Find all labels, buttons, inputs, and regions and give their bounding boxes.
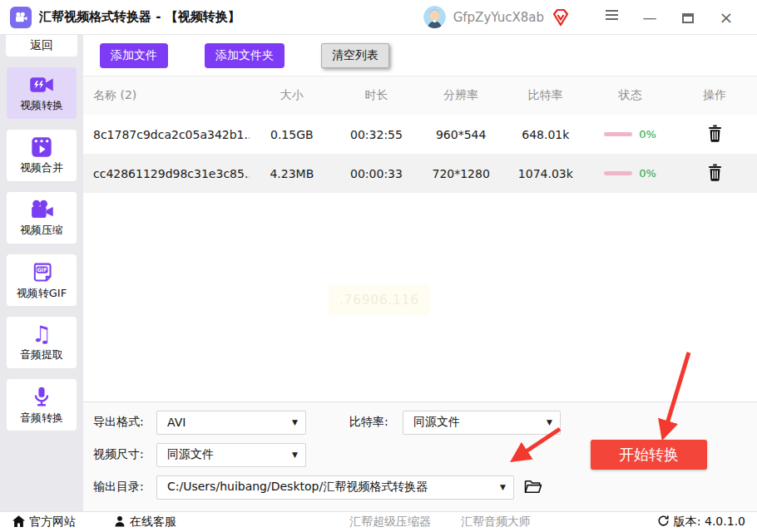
home-icon (12, 515, 25, 530)
back-button[interactable]: 返回 (6, 35, 77, 57)
file-name: 8c1787c9dca2c05a342b1... (83, 128, 250, 141)
online-service-link[interactable]: 在线客服 (114, 515, 176, 530)
delete-file-button[interactable] (705, 162, 725, 185)
output-dir-label: 输出目录: (93, 480, 156, 495)
sidebar: 返回 视频转换 视频合并 视频压缩 (0, 35, 83, 511)
sidebar-item-video-to-gif[interactable]: GIF 视频转GIF (7, 254, 77, 306)
start-convert-button[interactable]: 开始转换 (591, 440, 707, 470)
column-header-bitrate: 比特率 (503, 88, 588, 103)
progress-bar (604, 171, 632, 175)
minimize-button[interactable]: — (631, 0, 669, 35)
bitrate-value: 同源文件 (413, 415, 460, 430)
video-size-label: 视频尺寸: (93, 447, 156, 462)
chevron-down-icon: ▼ (292, 451, 298, 459)
sidebar-item-label: 音频提取 (20, 347, 63, 362)
export-format-select[interactable]: AVI ▼ (156, 411, 306, 435)
refresh-icon[interactable] (657, 515, 670, 530)
column-header-name: 名称 (2) (83, 88, 250, 103)
official-site-label: 官方网站 (29, 515, 76, 530)
vip-badge-icon[interactable] (551, 7, 571, 27)
file-bitrate: 1074.03k (503, 167, 588, 180)
table-row[interactable]: 8c1787c9dca2c05a342b1... 0.15GB 00:32:55… (83, 115, 757, 154)
column-header-resolution: 分辨率 (418, 88, 503, 103)
maximize-icon (682, 13, 694, 23)
username: GfpZyYucX8ab (453, 10, 544, 25)
version-area: 版本: 4.0.1.0 (657, 515, 745, 530)
export-format-value: AVI (167, 416, 186, 429)
output-dir-select[interactable]: C:/Users/huibang/Desktop/汇帮视频格式转换器 ▼ (156, 475, 514, 500)
title-bar-right: GfpZyYucX8ab — × (423, 0, 745, 35)
status-bar-center: 汇帮超级压缩器 汇帮音频大师 (349, 515, 531, 530)
sidebar-item-audio-convert[interactable]: 音频转换 (7, 379, 77, 431)
settings-row-1: 导出格式: AVI ▼ 比特率: 同源文件 ▼ (93, 410, 757, 435)
settings-panel: 导出格式: AVI ▼ 比特率: 同源文件 ▼ 视频尺寸: 同源文件 (83, 401, 757, 511)
table-header: 名称 (2) 大小 时长 分辨率 比特率 状态 操作 (83, 76, 757, 115)
file-size: 4.23MB (250, 167, 334, 180)
sidebar-item-label: 视频转换 (20, 98, 63, 113)
chevron-down-icon: ▼ (292, 418, 298, 426)
online-service-label: 在线客服 (130, 515, 176, 530)
sidebar-item-label: 音频转换 (20, 411, 63, 426)
user-avatar[interactable] (423, 6, 446, 28)
file-duration: 00:32:55 (334, 128, 419, 141)
folder-icon (524, 484, 542, 496)
export-format-label: 导出格式: (93, 415, 156, 430)
video-convert-icon (29, 74, 54, 96)
chevron-down-icon: ▼ (547, 418, 552, 426)
app-title: 汇帮视频格式转换器 - 【视频转换】 (39, 9, 240, 25)
column-header-status: 状态 (588, 88, 673, 103)
settings-row-3: 输出目录: C:/Users/huibang/Desktop/汇帮视频格式转换器… (93, 475, 757, 500)
bitrate-label: 比特率: (349, 415, 403, 430)
microphone-icon (31, 385, 52, 408)
app-window: 汇帮视频格式转换器 - 【视频转换】 GfpZyYucX8ab — × 返回 (0, 0, 757, 532)
video-compress-icon (29, 199, 54, 220)
close-button[interactable]: × (707, 0, 745, 35)
title-bar: 汇帮视频格式转换器 - 【视频转换】 GfpZyYucX8ab — × (0, 0, 757, 35)
person-icon (114, 515, 126, 530)
delete-file-button[interactable] (705, 123, 725, 146)
progress-percent: 0% (639, 167, 656, 180)
column-header-actions: 操作 (672, 88, 757, 103)
maximize-button[interactable] (669, 0, 707, 35)
video-merge-icon (30, 136, 53, 158)
sidebar-item-label: 视频转GIF (17, 286, 67, 301)
column-header-size: 大小 (250, 88, 334, 103)
svg-text:GIF: GIF (37, 266, 47, 273)
bitrate-select[interactable]: 同源文件 ▼ (403, 411, 561, 435)
file-bitrate: 648.01k (503, 128, 588, 141)
sidebar-item-label: 视频压缩 (20, 223, 63, 238)
browse-folder-button[interactable] (524, 479, 542, 496)
column-header-duration: 时长 (334, 88, 419, 103)
table-row[interactable]: cc42861129d98c31e3c85... 4.23MB 00:00:33… (83, 154, 757, 193)
sidebar-item-audio-extract[interactable]: ♫ 音频提取 (7, 317, 77, 368)
menu-button[interactable] (592, 0, 631, 35)
add-file-button[interactable]: 添加文件 (100, 43, 168, 68)
sidebar-item-video-compress[interactable]: 视频压缩 (7, 192, 77, 244)
official-site-link[interactable]: 官方网站 (12, 515, 76, 530)
clear-list-button[interactable]: 清空列表 (321, 43, 389, 68)
sidebar-item-video-merge[interactable]: 视频合并 (7, 130, 77, 181)
app-logo-icon (10, 7, 32, 28)
status-bar: 官方网站 在线客服 汇帮超级压缩器 汇帮音频大师 版本: 4.0.1.0 (0, 511, 757, 532)
video-size-select[interactable]: 同源文件 ▼ (156, 443, 306, 467)
chevron-down-icon: ▼ (500, 483, 506, 491)
status-cell: 0% (588, 128, 673, 140)
title-bar-left: 汇帮视频格式转换器 - 【视频转换】 (10, 7, 240, 28)
add-folder-button[interactable]: 添加文件夹 (205, 43, 284, 68)
file-resolution: 960*544 (418, 128, 503, 141)
compressor-product-link[interactable]: 汇帮超级压缩器 (349, 515, 431, 530)
gif-icon: GIF (30, 260, 53, 283)
file-resolution: 720*1280 (418, 167, 503, 180)
file-size: 0.15GB (250, 128, 334, 141)
fading-toast: .76906.116 (329, 284, 430, 316)
toolbar: 添加文件 添加文件夹 清空列表 (83, 35, 757, 76)
version-text: 版本: 4.0.1.0 (674, 515, 745, 530)
status-cell: 0% (588, 167, 673, 180)
file-duration: 00:00:33 (334, 167, 419, 180)
progress-bar (604, 132, 632, 136)
audio-master-product-link[interactable]: 汇帮音频大师 (461, 515, 531, 530)
sidebar-item-video-convert[interactable]: 视频转换 (7, 67, 77, 119)
hamburger-icon (606, 7, 618, 22)
file-name: cc42861129d98c31e3c85... (83, 167, 250, 180)
main-content: 添加文件 添加文件夹 清空列表 名称 (2) 大小 时长 分辨率 比特率 状态 … (83, 35, 757, 511)
